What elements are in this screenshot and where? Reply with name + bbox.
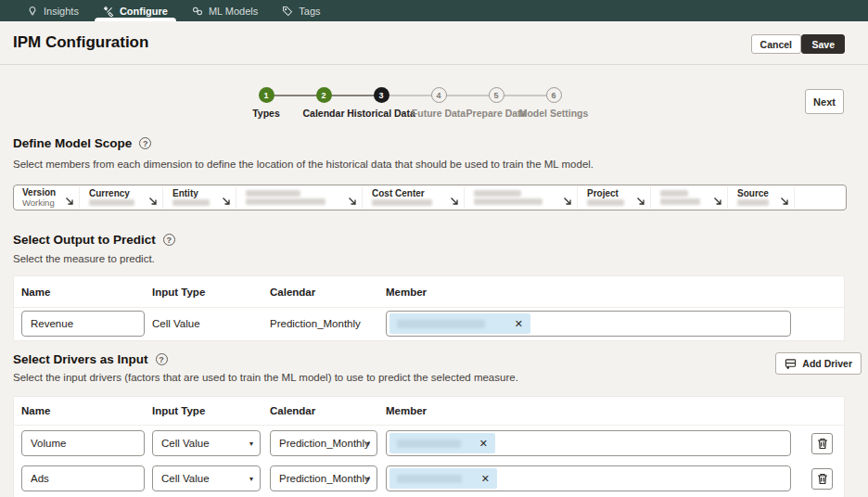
cancel-button[interactable]: Cancel: [751, 34, 801, 54]
dimension-currency[interactable]: Currency: [82, 186, 163, 209]
step-label: Prepare Data: [466, 108, 527, 119]
dimension-cost-center[interactable]: Cost Center: [364, 186, 465, 209]
dimension-entity[interactable]: Entity: [165, 186, 236, 209]
column-header-member: Member: [386, 405, 427, 416]
step-number: 2: [316, 87, 332, 103]
redacted-member-name: [397, 320, 485, 328]
step-number: 3: [374, 87, 389, 103]
dimension-redacted-3[interactable]: [653, 186, 728, 209]
chevron-down-icon: ▾: [249, 440, 253, 448]
driver-name-input[interactable]: [21, 465, 145, 491]
output-section-heading: Select Output to Predict ?: [13, 233, 175, 247]
step-calendar[interactable]: 2 Calendar: [295, 87, 352, 119]
step-number: 1: [259, 87, 274, 103]
dimension-redacted-2[interactable]: [466, 186, 578, 209]
member-selector-icon[interactable]: [65, 193, 74, 202]
step-label: Future Data: [412, 108, 466, 119]
driver-member-field[interactable]: ✕: [386, 465, 791, 491]
member-selector-icon[interactable]: [148, 193, 158, 202]
chevron-down-icon: ▾: [366, 440, 370, 448]
dimension-redacted-1[interactable]: [238, 186, 363, 209]
add-driver-label: Add Driver: [802, 358, 852, 369]
trash-icon: [817, 473, 828, 485]
member-selector-icon[interactable]: [563, 193, 572, 202]
output-section-description: Select the measure to predict.: [13, 253, 155, 264]
nav-item-label: Insights: [44, 6, 79, 17]
member-chip[interactable]: ✕: [389, 433, 495, 453]
step-prepare-data[interactable]: 5 Prepare Data: [467, 87, 525, 119]
output-name-input[interactable]: [21, 311, 145, 337]
save-button[interactable]: Save: [801, 34, 845, 54]
next-button[interactable]: Next: [805, 89, 844, 114]
nav-item-ml-models[interactable]: ML Models: [180, 0, 270, 21]
output-member-field[interactable]: ✕: [386, 311, 791, 337]
delete-driver-button[interactable]: [811, 468, 833, 490]
step-label: Calendar: [303, 108, 345, 119]
dimension-value: Working: [22, 198, 62, 208]
step-number: 4: [431, 87, 447, 103]
step-model-settings[interactable]: 6 Model Settings: [525, 87, 582, 119]
page-header: IPM Configuration Cancel Save: [0, 21, 868, 65]
column-header-input-type: Input Type: [152, 287, 205, 298]
redacted-name: [474, 190, 521, 197]
step-number: 6: [546, 87, 562, 103]
top-navbar: Insights Configure ML Models Tags: [0, 0, 868, 21]
member-selector-icon[interactable]: [348, 193, 357, 202]
delete-driver-button[interactable]: [811, 433, 833, 454]
output-section-title: Select Output to Predict: [13, 233, 156, 247]
driver-calendar-select[interactable]: Prediction_Monthly ▾: [270, 430, 377, 456]
dimension-selector-bar: Version Working Currency Entity Cost Cen…: [13, 185, 847, 210]
step-label: Historical Data: [347, 108, 415, 119]
help-icon[interactable]: ?: [163, 234, 175, 246]
dimension-version[interactable]: Version Working: [15, 186, 80, 209]
chip-remove-icon[interactable]: ✕: [481, 473, 490, 485]
wizard-stepper: 1 Types 2 Calendar 3 Historical Data 4 F…: [237, 87, 582, 119]
chip-remove-icon[interactable]: ✕: [479, 438, 488, 450]
selected-calendar: Prediction_Monthly: [279, 438, 370, 449]
driver-member-field[interactable]: ✕: [386, 430, 791, 456]
dimension-overflow: [797, 186, 845, 209]
help-icon[interactable]: ?: [156, 353, 168, 365]
column-header-calendar: Calendar: [270, 287, 315, 298]
member-selector-icon[interactable]: [780, 193, 789, 202]
nav-item-configure[interactable]: Configure: [91, 0, 180, 21]
chip-remove-icon[interactable]: ✕: [515, 318, 523, 330]
table-header-divider: [14, 425, 844, 426]
selected-input-type: Cell Value: [161, 473, 210, 484]
step-label: Types: [252, 108, 280, 119]
dimension-name: Currency: [89, 188, 146, 198]
member-selector-icon[interactable]: [713, 193, 722, 202]
nav-item-tags[interactable]: Tags: [270, 0, 332, 21]
nav-item-label: Tags: [299, 6, 320, 17]
dimension-project[interactable]: Project: [580, 186, 651, 209]
driver-calendar-select[interactable]: Prediction_Monthly ▾: [270, 465, 377, 491]
scope-section-heading: Define Model Scope ?: [13, 136, 151, 150]
drivers-table: Name Input Type Calendar Member Cell Val…: [13, 396, 845, 497]
redacted-member-name: [397, 475, 462, 483]
member-selector-icon[interactable]: [450, 193, 459, 202]
step-future-data[interactable]: 4 Future Data: [410, 87, 467, 119]
driver-input-type-select[interactable]: Cell Value ▾: [152, 430, 261, 456]
step-types[interactable]: 1 Types: [237, 87, 295, 119]
dimension-name: Cost Center: [372, 188, 447, 198]
member-selector-icon[interactable]: [636, 193, 645, 202]
step-historical-data[interactable]: 3 Historical Data: [352, 87, 410, 119]
driver-name-input[interactable]: [21, 430, 145, 456]
redacted-name: [660, 190, 688, 197]
add-driver-button[interactable]: Add Driver: [775, 352, 862, 375]
tag-icon: [282, 6, 293, 17]
dimension-source[interactable]: Source: [730, 186, 795, 209]
nav-item-label: ML Models: [209, 6, 258, 17]
redacted-value: [172, 199, 210, 206]
member-chip[interactable]: ✕: [389, 313, 530, 334]
page-title: IPM Configuration: [13, 33, 148, 52]
member-chip[interactable]: ✕: [389, 468, 497, 489]
help-icon[interactable]: ?: [139, 137, 151, 149]
column-header-calendar: Calendar: [270, 405, 315, 416]
drivers-section-description: Select the input drivers (factors that a…: [13, 372, 518, 383]
output-calendar-value: Prediction_Monthly: [270, 311, 361, 337]
driver-input-type-select[interactable]: Cell Value ▾: [152, 465, 261, 491]
table-header-divider: [14, 307, 844, 308]
member-selector-icon[interactable]: [222, 193, 231, 202]
nav-item-insights[interactable]: Insights: [15, 0, 91, 21]
